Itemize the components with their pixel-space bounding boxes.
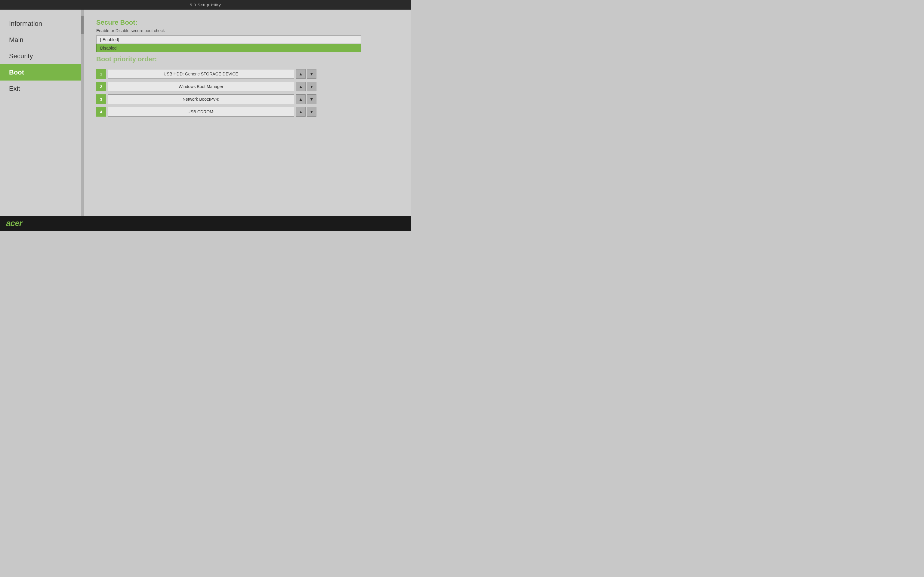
sidebar-item-security[interactable]: Security — [0, 48, 84, 64]
boot-item-arrows-4: ▲ ▼ — [296, 107, 317, 117]
boot-item-row-1: 1 USB HDD: Generic STORAGE DEVICE ▲ ▼ — [96, 69, 399, 79]
boot-priority-section: Boot priority order: 1 USB HDD: Generic … — [96, 55, 399, 117]
boot-priority-title: Boot priority order: — [96, 55, 399, 63]
top-bar: 5.0 SetupUtility — [0, 0, 411, 10]
sidebar-scrollbar[interactable] — [81, 10, 84, 216]
sidebar-item-boot[interactable]: Boot — [0, 64, 84, 81]
boot-item-down-3[interactable]: ▼ — [307, 94, 317, 104]
boot-item-up-1[interactable]: ▲ — [296, 69, 305, 79]
secure-boot-description: Enable or Disable secure boot check — [96, 28, 399, 33]
boot-item-up-4[interactable]: ▲ — [296, 107, 305, 117]
bottom-bar: acer — [0, 216, 411, 231]
boot-item-arrows-2: ▲ ▼ — [296, 82, 317, 91]
boot-item-number-2: 2 — [96, 82, 106, 91]
boot-item-up-3[interactable]: ▲ — [296, 94, 305, 104]
sidebar-item-main[interactable]: Main — [0, 32, 84, 48]
boot-item-name-4: USB CDROM: — [108, 107, 294, 117]
boot-item-name-3: Network Boot:IPV4: — [108, 94, 294, 104]
sidebar-item-exit[interactable]: Exit — [0, 81, 84, 97]
boot-item-row-3: 3 Network Boot:IPV4: ▲ ▼ — [96, 94, 399, 104]
boot-items-list: 1 USB HDD: Generic STORAGE DEVICE ▲ ▼ 2 … — [96, 69, 399, 117]
secure-boot-section: Secure Boot: Enable or Disable secure bo… — [96, 19, 399, 52]
content-area: Secure Boot: Enable or Disable secure bo… — [84, 10, 411, 216]
secure-boot-option-disabled[interactable]: Disabled — [96, 44, 361, 52]
boot-item-number-1: 1 — [96, 69, 106, 79]
top-bar-title: 5.0 SetupUtility — [190, 3, 221, 7]
main-container: Information Main Security Boot Exit Secu… — [0, 10, 411, 216]
boot-item-name-1: USB HDD: Generic STORAGE DEVICE — [108, 69, 294, 79]
secure-boot-option-enabled[interactable]: [ Enabled] — [96, 35, 361, 44]
secure-boot-dropdown: [ Enabled] Disabled — [96, 35, 399, 52]
sidebar-item-information[interactable]: Information — [0, 16, 84, 32]
sidebar-scroll-thumb[interactable] — [81, 16, 84, 34]
sidebar: Information Main Security Boot Exit — [0, 10, 84, 216]
boot-item-number-4: 4 — [96, 107, 106, 117]
boot-item-row-4: 4 USB CDROM: ▲ ▼ — [96, 107, 399, 117]
secure-boot-title: Secure Boot: — [96, 19, 399, 26]
boot-item-down-4[interactable]: ▼ — [307, 107, 317, 117]
boot-item-arrows-3: ▲ ▼ — [296, 94, 317, 104]
boot-item-name-2: Windows Boot Manager — [108, 82, 294, 91]
boot-item-down-1[interactable]: ▼ — [307, 69, 317, 79]
boot-item-arrows-1: ▲ ▼ — [296, 69, 317, 79]
boot-item-row-2: 2 Windows Boot Manager ▲ ▼ — [96, 82, 399, 91]
boot-item-number-3: 3 — [96, 94, 106, 104]
acer-logo: acer — [6, 219, 22, 228]
boot-item-down-2[interactable]: ▼ — [307, 82, 317, 91]
boot-item-up-2[interactable]: ▲ — [296, 82, 305, 91]
